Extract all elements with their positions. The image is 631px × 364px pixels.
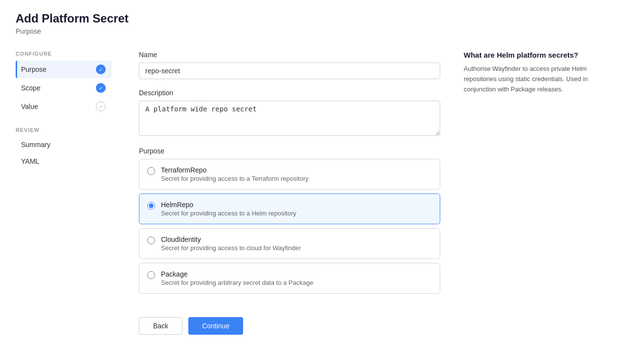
sidebar-item-scope[interactable]: Scope ✓: [16, 79, 112, 97]
name-input[interactable]: [139, 63, 440, 79]
option-helmrepo-title: HelmRepo: [161, 201, 296, 209]
content-area: Name Description A platform wide repo se…: [123, 51, 456, 352]
page-title: Add Platform Secret: [16, 12, 615, 25]
option-cloudidentity[interactable]: CloudIdentity Secret for providing acces…: [139, 228, 440, 259]
name-label: Name: [139, 51, 440, 59]
sidebar-label-purpose: Purpose: [21, 65, 46, 73]
sidebar-label-summary: Summary: [21, 141, 50, 149]
page-subtitle: Purpose: [16, 27, 615, 35]
sidebar-item-summary[interactable]: Summary: [16, 137, 112, 152]
option-terraformrepo-desc: Secret for providing access to a Terrafo…: [161, 175, 309, 182]
info-panel: What are Helm platform secrets? Authoris…: [456, 51, 593, 352]
radio-terraformrepo[interactable]: [147, 167, 155, 175]
option-helmrepo-desc: Secret for providing access to a Helm re…: [161, 210, 296, 217]
name-field-group: Name: [139, 51, 440, 79]
sidebar-item-value[interactable]: Value ✓: [16, 98, 112, 115]
continue-button[interactable]: Continue: [188, 317, 243, 335]
info-panel-text: Authorise Wayfinder to access private He…: [464, 64, 593, 94]
purpose-field-group: Purpose TerraformRepo Secret for providi…: [139, 147, 440, 294]
scope-check-icon: ✓: [96, 83, 106, 93]
description-input[interactable]: A platform wide repo secret: [139, 101, 440, 136]
sidebar-label-scope: Scope: [21, 84, 41, 92]
purpose-check-icon: ✓: [96, 64, 106, 74]
page-header: Add Platform Secret Purpose: [16, 12, 615, 35]
sidebar-item-purpose[interactable]: Purpose ✓: [16, 61, 112, 78]
radio-package[interactable]: [147, 271, 155, 279]
option-terraformrepo[interactable]: TerraformRepo Secret for providing acces…: [139, 159, 440, 190]
main-layout: CONFIGURE Purpose ✓ Scope ✓ Value: [16, 51, 615, 352]
sidebar-label-yaml: YAML: [21, 157, 39, 165]
option-package-title: Package: [161, 270, 313, 278]
option-cloudidentity-desc: Secret for providing access to cloud for…: [161, 244, 301, 252]
radio-helmrepo[interactable]: [147, 202, 155, 210]
footer-actions: Back Continue: [139, 309, 440, 335]
option-terraformrepo-title: TerraformRepo: [161, 166, 309, 174]
description-field-group: Description A platform wide repo secret: [139, 89, 440, 137]
review-section-label: REVIEW: [16, 127, 112, 133]
configure-section-label: CONFIGURE: [16, 51, 112, 57]
radio-cloudidentity[interactable]: [147, 236, 155, 244]
option-helmrepo[interactable]: HelmRepo Secret for providing access to …: [139, 193, 440, 224]
purpose-label: Purpose: [139, 147, 440, 155]
info-panel-title: What are Helm platform secrets?: [464, 51, 593, 59]
description-label: Description: [139, 89, 440, 97]
option-cloudidentity-title: CloudIdentity: [161, 236, 301, 243]
option-package-desc: Secret for providing arbitrary secret da…: [161, 279, 313, 286]
sidebar-label-value: Value: [21, 103, 38, 110]
value-check-icon: ✓: [96, 102, 106, 111]
sidebar-item-yaml[interactable]: YAML: [16, 153, 112, 169]
sidebar: CONFIGURE Purpose ✓ Scope ✓ Value: [16, 51, 123, 352]
option-package[interactable]: Package Secret for providing arbitrary s…: [139, 263, 440, 294]
back-button[interactable]: Back: [139, 317, 182, 335]
